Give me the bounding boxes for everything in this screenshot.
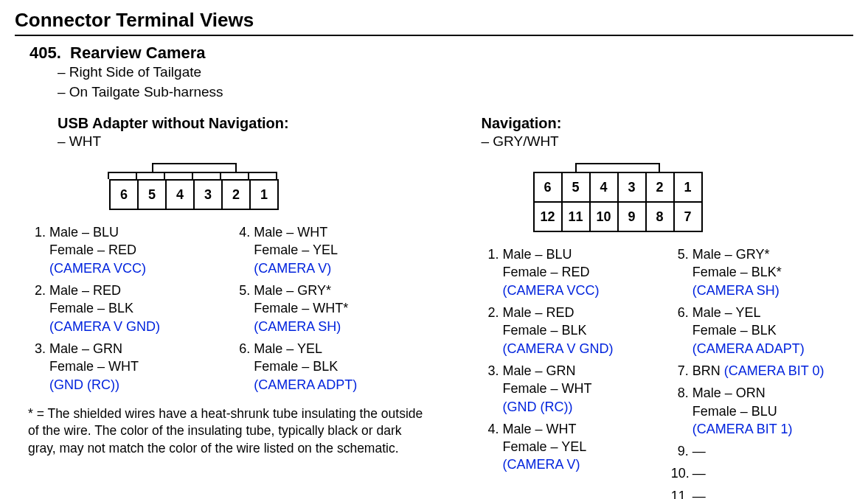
signal-label: (CAMERA ADPT) <box>254 377 357 392</box>
pin-cell: 5 <box>137 179 167 210</box>
pin-cell: 4 <box>589 172 619 203</box>
signal-label: (CAMERA ADAPT) <box>692 341 805 356</box>
connector-tab-icon <box>136 172 165 179</box>
pin-cell: 12 <box>533 201 563 232</box>
pin-cell: 2 <box>221 179 251 210</box>
pin-cell: 6 <box>533 172 563 203</box>
location-line-1: – Right Side of Tailgate <box>58 63 853 83</box>
pin-cell: 1 <box>249 179 279 210</box>
footnote: * = The shielded wires have a heat-shrun… <box>28 405 430 458</box>
signal-label: (GND (RC)) <box>49 377 119 392</box>
connector-tab-icon <box>220 172 249 179</box>
connector-diagram-6pin: 6 5 4 3 2 1 <box>109 161 430 210</box>
pin-cell: 7 <box>673 201 703 232</box>
signal-label: (GND (RC)) <box>503 399 573 414</box>
pin-cell: 4 <box>165 179 195 210</box>
connector-tab-icon <box>192 172 221 179</box>
variant-wire-color: – WHT <box>58 133 430 150</box>
section-name: Rearview Camera <box>70 43 205 62</box>
signal-label: (CAMERA BIT 0) <box>724 363 824 378</box>
pin-item: 7. BRN (CAMERA BIT 0) <box>671 362 853 380</box>
pin-item: 10. — <box>671 464 853 482</box>
pin-item: 3. Male – GRNFemale – WHT(GND (RC)) <box>482 362 664 416</box>
pin-item: 1. Male – BLUFemale – RED(CAMERA VCC) <box>482 245 664 299</box>
pin-item: 9. — <box>671 442 853 460</box>
signal-label: (CAMERA BIT 1) <box>692 422 793 436</box>
variant-wire-color: – GRY/WHT <box>482 133 854 150</box>
pin-cell: 10 <box>589 201 619 232</box>
pin-cell: 2 <box>645 172 675 203</box>
pin-item: 4. Male – WHTFemale – YEL(CAMERA V) <box>232 223 429 277</box>
section-number: 405. <box>29 43 61 62</box>
pin-item: 5. Male – GRY*Female – WHT*(CAMERA SH) <box>232 282 429 335</box>
pin-item: 8. Male – ORNFemale – BLU(CAMERA BIT 1) <box>671 384 853 438</box>
connector-latch-icon <box>152 163 237 172</box>
pin-item: 3. Male – GRNFemale – WHT(GND (RC)) <box>28 340 225 394</box>
pin-item: 11. — <box>671 487 853 499</box>
main-title: Connector Terminal Views <box>15 9 853 32</box>
connector-tab-icon <box>248 172 277 179</box>
title-divider <box>15 35 853 36</box>
pin-cell: 8 <box>645 201 675 232</box>
pin-item: 1. Male – BLUFemale – RED(CAMERA VCC) <box>28 223 225 277</box>
connector-tab-icon <box>164 172 193 179</box>
pin-item: 6. Male – YELFemale – BLK(CAMERA ADPT) <box>232 340 429 394</box>
variant-title: Navigation: <box>482 115 854 132</box>
connector-diagram-12pin: 6 5 4 3 2 1 12 11 10 9 8 7 <box>533 161 854 232</box>
signal-label: (CAMERA V) <box>254 261 331 276</box>
pin-cell: 11 <box>561 201 591 232</box>
variant-title: USB Adapter without Navigation: <box>58 115 430 132</box>
pin-cell: 1 <box>673 172 703 203</box>
pin-item: 2. Male – REDFemale – BLK(CAMERA V GND) <box>482 304 664 357</box>
pin-cell: 3 <box>193 179 223 210</box>
connector-tab-icon <box>108 172 137 179</box>
signal-label: (CAMERA V) <box>503 457 580 472</box>
pin-cell: 6 <box>109 179 139 210</box>
signal-label: (CAMERA V GND) <box>49 319 160 334</box>
variant-usb-adapter: USB Adapter without Navigation: – WHT 6 … <box>15 115 452 499</box>
location-line-2: – On Tailgate Sub-harness <box>58 83 853 102</box>
pin-list: 1. Male – BLUFemale – RED(CAMERA VCC) 2.… <box>28 223 430 398</box>
pin-cell: 5 <box>561 172 591 203</box>
section-title: 405. Rearview Camera <box>29 43 853 63</box>
variant-navigation: Navigation: – GRY/WHT 6 5 4 3 2 1 12 11 … <box>452 115 854 499</box>
pin-item: 2. Male – REDFemale – BLK(CAMERA V GND) <box>28 282 225 335</box>
pin-item: 6. Male – YELFemale – BLK(CAMERA ADAPT) <box>671 304 853 357</box>
signal-label: (CAMERA VCC) <box>49 261 146 276</box>
signal-label: (CAMERA V GND) <box>503 341 614 356</box>
signal-label: (CAMERA VCC) <box>503 283 600 298</box>
signal-label: (CAMERA SH) <box>692 283 780 298</box>
pin-item: 4. Male – WHTFemale – YEL(CAMERA V) <box>482 420 664 474</box>
pin-list: 1. Male – BLUFemale – RED(CAMERA VCC) 2.… <box>482 245 854 499</box>
connector-latch-icon <box>575 163 660 172</box>
signal-label: (CAMERA SH) <box>254 319 341 334</box>
pin-cell: 3 <box>617 172 647 203</box>
pin-item: 5. Male – GRY*Female – BLK*(CAMERA SH) <box>671 245 853 299</box>
pin-cell: 9 <box>617 201 647 232</box>
